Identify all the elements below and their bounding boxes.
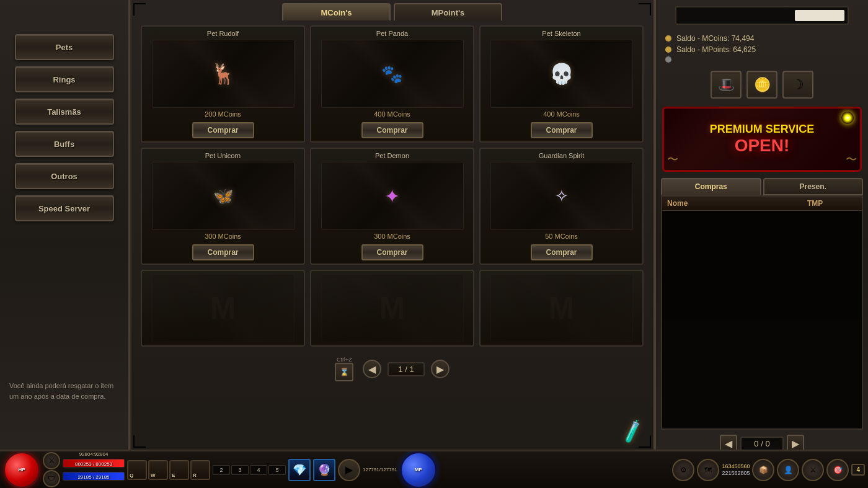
page-current: 1 bbox=[398, 365, 402, 374]
char-icon-1[interactable]: ⚔ bbox=[43, 452, 60, 469]
skill-slot-e[interactable]: E bbox=[169, 460, 189, 480]
char-icon-2[interactable]: 🛡 bbox=[43, 470, 60, 487]
mp-short-text: 127791/127791 bbox=[363, 467, 397, 472]
moon-currency-icon[interactable]: ☽ bbox=[782, 71, 813, 99]
search-input[interactable] bbox=[680, 11, 795, 20]
buy-button-5[interactable]: Comprar bbox=[531, 244, 593, 260]
item-image-4: ✦ bbox=[321, 162, 464, 230]
item-image-6: M bbox=[152, 274, 294, 342]
item-image-8: M bbox=[490, 274, 633, 342]
item-name-5: Guardian Spirit bbox=[539, 152, 584, 159]
table-body bbox=[662, 211, 862, 319]
gold-value: 163450560 bbox=[722, 463, 750, 469]
item-slot-2[interactable]: 🔮 bbox=[313, 459, 335, 481]
badge-row: 2 3 4 5 bbox=[213, 465, 286, 475]
bottom-bar: HP ⚔ 🛡 92804:92804 800253 / 800253 29185… bbox=[0, 450, 868, 488]
skill-slot-w[interactable]: W bbox=[148, 460, 168, 480]
bottom-icon-2[interactable]: 🗺 bbox=[697, 459, 719, 481]
hp-orb: HP bbox=[3, 451, 40, 489]
item-cell-6: M bbox=[141, 270, 305, 347]
bottom-right-items: ⚙ 🗺 163450560 221562805 📦 👤 ⚔ 🎯 4 bbox=[672, 459, 865, 481]
sidebar-item-outros[interactable]: Outros bbox=[15, 163, 114, 189]
premium-ornament-left: 〜 bbox=[667, 152, 678, 167]
shortcut-label: Ctrl+Z bbox=[337, 357, 352, 363]
currency-icons: 🎩 🪙 ☽ bbox=[656, 66, 868, 104]
level-badge: 4 bbox=[851, 464, 865, 476]
skill-label-w: W bbox=[151, 472, 156, 478]
bottom-icon-5[interactable]: ⚔ bbox=[802, 459, 824, 481]
hp-bar-label: 800253 / 800253 bbox=[63, 461, 125, 467]
sidebar-item-speed-server[interactable]: Speed Server bbox=[15, 195, 114, 221]
skill-slots: Q W E R bbox=[127, 460, 210, 480]
hat-currency-icon[interactable]: 🎩 bbox=[711, 71, 742, 99]
corner-br bbox=[639, 435, 651, 448]
mpoint-dot bbox=[665, 47, 671, 53]
premium-banner: PREMIUM SERVICE OPEN! 〜 〜 bbox=[662, 107, 862, 172]
buy-button-1[interactable]: Comprar bbox=[361, 122, 423, 138]
item-cell-4: Pet Demon ✦ 300 MCoins Comprar bbox=[310, 148, 474, 265]
right-table: Nome TMP bbox=[661, 195, 863, 430]
next-page-button[interactable]: ▶ bbox=[431, 360, 450, 378]
search-highlight bbox=[795, 10, 844, 21]
item-image-0: 🦌 bbox=[152, 40, 294, 108]
badge-5: 5 bbox=[268, 465, 286, 475]
page-info: 1 / 1 bbox=[388, 362, 424, 376]
right-page-info: 0 / 0 bbox=[740, 437, 783, 451]
other-dot bbox=[665, 56, 671, 63]
tab-mcoin[interactable]: MCoin's bbox=[282, 3, 391, 20]
number-badges: 2 3 4 5 bbox=[213, 465, 286, 475]
char-icons-left: ⚔ 🛡 bbox=[43, 452, 60, 487]
premium-title: PREMIUM SERVICE bbox=[710, 123, 815, 136]
bottom-icon-6[interactable]: 🎯 bbox=[826, 459, 849, 481]
coin-currency-icon[interactable]: 🪙 bbox=[746, 71, 777, 99]
prev-page-button[interactable]: ◀ bbox=[363, 360, 381, 378]
buy-button-0[interactable]: Comprar bbox=[192, 122, 254, 138]
bottom-icon-1[interactable]: ⚙ bbox=[672, 459, 694, 481]
skill-row-1: Q W E R bbox=[127, 460, 210, 480]
item-price-0: 200 MCoins bbox=[205, 110, 241, 118]
tab-presen[interactable]: Presen. bbox=[763, 178, 864, 195]
balance-mcoin-text: Saldo - MCoins: 74,494 bbox=[676, 34, 754, 43]
hp-mp-section: 92804:92804 800253 / 800253 29185 / 2918… bbox=[63, 451, 125, 488]
item-image-1: 🐾 bbox=[321, 40, 464, 108]
table-header-nome: Nome bbox=[667, 199, 807, 208]
mcoin-dot bbox=[665, 35, 671, 42]
balance-other-row bbox=[665, 56, 859, 63]
sidebar-item-talismans[interactable]: Talismãs bbox=[15, 99, 114, 125]
buy-button-3[interactable]: Comprar bbox=[192, 244, 254, 260]
item-name-3: Pet Unicorn bbox=[205, 152, 241, 159]
item-image-3: 🦋 bbox=[152, 162, 294, 230]
sidebar-item-pets[interactable]: Pets bbox=[15, 34, 114, 60]
skill-label-e: E bbox=[172, 472, 175, 478]
item-price-3: 300 MCoins bbox=[205, 233, 241, 240]
item-cell-1: Pet Panda 🐾 400 MCoins Comprar bbox=[310, 25, 474, 143]
item-image-7: M bbox=[321, 274, 464, 342]
buy-button-4[interactable]: Comprar bbox=[361, 244, 423, 260]
skill-slot-q[interactable]: Q bbox=[127, 460, 147, 480]
item-name-4: Pet Demon bbox=[375, 152, 409, 159]
bottom-icon-4[interactable]: 👤 bbox=[777, 459, 799, 481]
skill-slot-r[interactable]: R bbox=[190, 460, 210, 480]
item-image-5: ✧ bbox=[490, 162, 633, 230]
pagination: Ctrl+Z ⌛ ◀ 1 / 1 ▶ bbox=[131, 352, 653, 386]
bottom-icon-3[interactable]: 📦 bbox=[752, 459, 774, 481]
table-header-tmp: TMP bbox=[807, 199, 857, 208]
mp-section: 127791/127791 bbox=[363, 467, 397, 472]
buy-button-2[interactable]: Comprar bbox=[531, 122, 593, 138]
sidebar-item-buffs[interactable]: Buffs bbox=[15, 131, 114, 157]
tab-compras[interactable]: Compras bbox=[661, 178, 761, 195]
sidebar-notice: Você ainda poderá resgatar o item um ano… bbox=[9, 381, 124, 401]
skill-label-r: R bbox=[193, 472, 197, 478]
balance-mpoint-row: Saldo - MPoints: 64,625 bbox=[665, 45, 859, 54]
page-shortcut: Ctrl+Z ⌛ bbox=[335, 357, 353, 381]
arrow-right-icon[interactable]: ▶ bbox=[338, 459, 360, 481]
tab-mpoint[interactable]: MPoint's bbox=[394, 3, 502, 20]
currency-values: 163450560 221562805 bbox=[722, 463, 750, 476]
sidebar-item-rings[interactable]: Rings bbox=[15, 66, 114, 92]
mp-orb-text: MP bbox=[415, 467, 422, 472]
item-slot-1[interactable]: 💎 bbox=[288, 459, 311, 481]
page-total: 1 bbox=[409, 365, 414, 374]
balance-section: Saldo - MCoins: 74,494 Saldo - MPoints: … bbox=[656, 31, 868, 66]
silver-value: 221562805 bbox=[722, 470, 750, 476]
mp-orb: MP bbox=[400, 451, 437, 489]
